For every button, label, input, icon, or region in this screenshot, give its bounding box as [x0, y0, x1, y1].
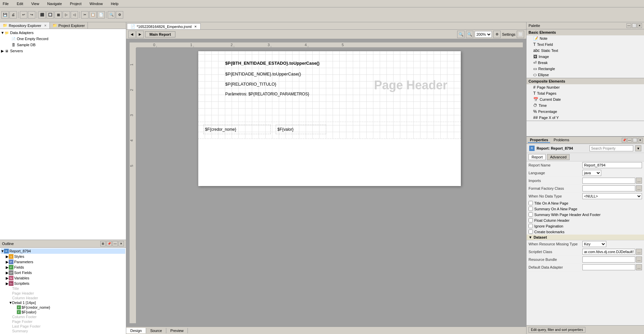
tab-design[interactable]: Design	[126, 328, 146, 333]
outline-item-parameters[interactable]: ▶ P Parameters	[1, 259, 125, 265]
palette-item-ellipse[interactable]: ⬭ Ellipse	[527, 72, 644, 78]
toolbar-btn-13[interactable]: 🔍	[108, 11, 115, 19]
edit-query-btn[interactable]: Edit query, filter and sort properties	[529, 327, 585, 333]
outline-btn-3[interactable]: —	[112, 241, 118, 246]
text-relatorio-parametros[interactable]: Parâmetros: $P{RELATORIO_PARAMETROS}	[225, 92, 309, 96]
toolbar-btn-11[interactable]: 📋	[89, 11, 97, 19]
editor-tab-jrxml[interactable]: 📄 *1652208164826_Empenho.jrxml ✕	[127, 23, 201, 29]
palette-item-page-x-of-y[interactable]: ## Page X of Y	[527, 115, 644, 121]
zoom-select[interactable]: 200% 150% 100% 75% 50%	[475, 31, 492, 38]
tab-preview[interactable]: Preview	[166, 328, 188, 333]
palette-item-total-pages[interactable]: T Total Pages	[527, 90, 644, 96]
text-entidade-estado[interactable]: $P{BTH_ENTIDADE_ESTADO}.toUpperCase()	[225, 61, 319, 66]
prop-input-default-data-adapter[interactable]	[582, 264, 635, 270]
outline-item-summary[interactable]: Summary	[1, 329, 125, 333]
outline-item-page-header[interactable]: Page Header	[1, 291, 125, 296]
outline-item-sort-fields[interactable]: ▶ SF Sort Fields	[1, 270, 125, 275]
toolbar-btn-6[interactable]: 🔲	[46, 11, 54, 19]
palette-item-rectangle[interactable]: ▭ Rectangle	[527, 66, 644, 72]
checkbox-ignore-pagination[interactable]	[529, 224, 533, 228]
text-entidade-nome[interactable]: $P{ENTIDADE_NOME}.toUpperCase()	[225, 71, 301, 77]
palette-item-break[interactable]: ⏎ Break	[527, 60, 644, 66]
props-maximize[interactable]: ⬜	[633, 138, 637, 143]
tab-source[interactable]: Source	[146, 328, 166, 333]
menu-view[interactable]: View	[30, 1, 41, 6]
outline-item-fields[interactable]: ▶ F Fields	[1, 265, 125, 270]
menu-window[interactable]: Window	[88, 1, 104, 6]
prop-btn-scriptlet-class[interactable]: …	[636, 249, 642, 255]
prop-input-scriptlet-class[interactable]	[582, 249, 635, 255]
menu-file[interactable]: File	[1, 1, 10, 6]
prop-btn-format-factory[interactable]: …	[636, 185, 642, 191]
props-minimize[interactable]: —	[627, 138, 632, 143]
zoom-out-btn[interactable]: 🔍	[457, 31, 465, 38]
zoom-in-btn[interactable]: 🔍	[466, 31, 473, 38]
prop-input-report-name[interactable]	[582, 162, 642, 168]
props-pin[interactable]: 📌	[622, 138, 626, 143]
outline-item-variables[interactable]: ▶ fx Variables	[1, 275, 125, 281]
toolbar-btn-14[interactable]: ⚙	[116, 11, 123, 19]
toolbar-btn-3[interactable]: ↩	[20, 11, 27, 19]
outline-item-credor[interactable]: F $F{credor_nome}	[1, 305, 125, 310]
toolbar-btn-7[interactable]: ▦	[55, 11, 62, 19]
outline-item-last-page-footer[interactable]: Last Page Footer	[1, 324, 125, 329]
tree-item-servers[interactable]: ▶ 🖥 Servers	[1, 48, 125, 54]
prop-select-resource-missing[interactable]: Key Null Empty Exception	[582, 241, 606, 247]
checkbox-title-new-page[interactable]	[529, 201, 533, 205]
outline-item-column-footer[interactable]: Column Footer	[1, 314, 125, 319]
close-repo-tab[interactable]: ✕	[44, 24, 47, 27]
toolbar-btn-1[interactable]: 💾	[1, 11, 9, 19]
toolbar-btn-4[interactable]: ↪	[28, 11, 35, 19]
palette-item-static-text[interactable]: abc Static Text	[527, 48, 644, 54]
field-credor-nome[interactable]: $F{credor_nome}	[203, 125, 271, 134]
outline-btn-1[interactable]: ⊞	[100, 241, 106, 246]
outline-item-column-header[interactable]: Column Header	[1, 296, 125, 300]
composite-elements-header[interactable]: Composite Elements	[527, 78, 644, 84]
tab-project-explorer[interactable]: 📁 Project Explorer	[50, 22, 88, 29]
props-tab-report[interactable]: Report	[529, 154, 546, 160]
prop-input-imports[interactable]	[582, 178, 635, 184]
menu-navigate[interactable]: Navigate	[46, 1, 63, 6]
prop-btn-default-data-adapter[interactable]: …	[636, 264, 642, 270]
dataset-section-header[interactable]: ▼ Dataset	[527, 235, 644, 240]
outline-item-report[interactable]: ▼ R Report_8794	[1, 248, 125, 254]
tree-item-sample-db[interactable]: 🗄 Sample DB	[1, 42, 125, 48]
palette-item-page-number[interactable]: # Page Number	[527, 84, 644, 90]
palette-item-image[interactable]: 🖼 Image	[527, 54, 644, 60]
outline-item-valor[interactable]: F $F{valor}	[1, 310, 125, 314]
palette-close[interactable]: ✕	[637, 23, 642, 28]
palette-item-text-field[interactable]: T Text Field	[527, 41, 644, 48]
outline-item-page-footer[interactable]: Page Footer	[1, 319, 125, 324]
toolbar-btn-5[interactable]: ⬛	[38, 11, 46, 19]
palette-item-current-date[interactable]: 📅 Current Date	[527, 96, 644, 102]
main-report-tab[interactable]: Main Report	[145, 31, 175, 37]
search-property-dropdown[interactable]: ▼	[635, 145, 641, 151]
settings-btn[interactable]: ⚙	[493, 31, 501, 38]
menu-help[interactable]: Help	[109, 1, 120, 6]
toolbar-btn-9[interactable]: ◁	[71, 11, 78, 19]
prop-input-resource-bundle[interactable]	[582, 256, 635, 263]
menu-project[interactable]: Project	[69, 1, 83, 6]
basic-elements-header[interactable]: Basic Elements	[527, 29, 644, 35]
toolbar-btn-12[interactable]: 📄	[97, 11, 105, 19]
outline-btn-2[interactable]: 📌	[106, 241, 112, 246]
checkbox-summary-with-header[interactable]	[529, 212, 533, 217]
checkbox-float-column[interactable]	[529, 218, 533, 222]
checkbox-summary-new-page[interactable]	[529, 207, 533, 211]
tab-problems[interactable]: Problems	[551, 138, 571, 143]
editor-next-btn[interactable]: ▶	[136, 31, 144, 38]
tree-item-one-empty[interactable]: 📄 One Empty Record	[1, 36, 125, 42]
outline-item-detail[interactable]: ▼ Detail 1 [14px]	[1, 300, 125, 305]
search-property-input[interactable]	[589, 145, 633, 151]
palette-minimize[interactable]: —	[626, 23, 631, 28]
prop-input-format-factory[interactable]	[582, 185, 635, 191]
props-tab-advanced[interactable]: Advanced	[547, 154, 570, 160]
text-relatorio-titulo[interactable]: $P{RELATORIO_TITULO}	[225, 82, 276, 87]
editor-prev-btn[interactable]: ◀	[128, 31, 136, 38]
prop-btn-imports[interactable]: …	[636, 178, 642, 184]
tab-repository-explorer[interactable]: 📁 Repository Explorer ✕	[0, 22, 50, 29]
tab-properties[interactable]: Properties	[528, 138, 550, 143]
toolbar-btn-8[interactable]: ▷	[63, 11, 70, 19]
toolbar-btn-2[interactable]: 🖨	[9, 11, 17, 19]
palette-item-note[interactable]: 📝 Note	[527, 35, 644, 41]
